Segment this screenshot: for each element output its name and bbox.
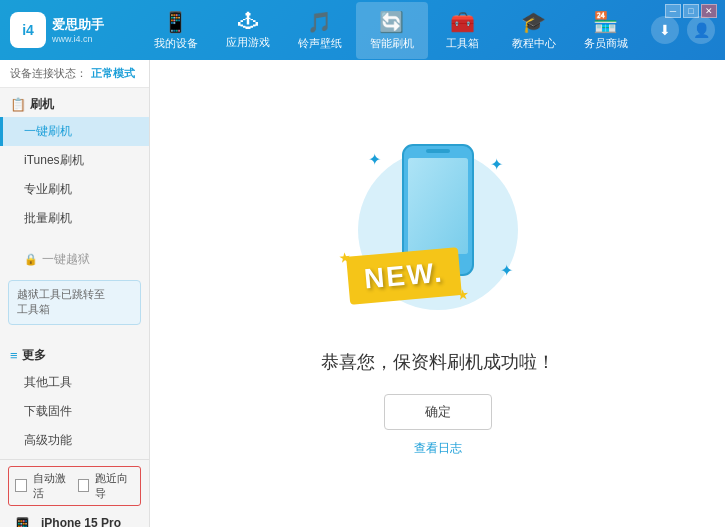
sidebar-bottom: 自动激活 跑近向导 📱 iPhone 15 Pro Max 512GB iPho… <box>0 459 149 527</box>
flash-section-icon: 📋 <box>10 97 26 112</box>
sidebar-item-other-tools[interactable]: 其他工具 <box>0 368 149 397</box>
logo-icon: i4 <box>10 12 46 48</box>
main-content: ✦ ✦ ✦ NEW. 恭喜您，保资料刷机成功啦！ 确定 查看日志 <box>150 60 725 527</box>
logo-text: 爱思助手 www.i4.cn <box>52 16 104 44</box>
sparkle-2: ✦ <box>490 155 503 174</box>
nav-apps-games[interactable]: 🕹 应用游戏 <box>212 2 284 59</box>
svg-rect-2 <box>408 158 468 254</box>
log-link[interactable]: 查看日志 <box>414 440 462 457</box>
lock-icon: 🔒 <box>24 253 38 266</box>
app-logo: i4 爱思助手 www.i4.cn <box>10 12 130 48</box>
nav-my-device[interactable]: 📱 我的设备 <box>140 2 212 59</box>
more-section-header: ≡ 更多 <box>0 343 149 368</box>
header-actions: ⬇ 👤 <box>651 16 715 44</box>
device-details: iPhone 15 Pro Max 512GB iPhone <box>41 516 139 527</box>
nav-toolbox[interactable]: 🧰 工具箱 <box>428 2 498 59</box>
nav-ringtones[interactable]: 🎵 铃声壁纸 <box>284 2 356 59</box>
sparkle-3: ✦ <box>500 261 513 280</box>
sidebar-item-batch-flash[interactable]: 批量刷机 <box>0 204 149 233</box>
nav-bar: 📱 我的设备 🕹 应用游戏 🎵 铃声壁纸 🔄 智能刷机 🧰 工具箱 🎓 <box>130 2 651 59</box>
new-badge: NEW. <box>346 247 461 305</box>
nav-smart-flash[interactable]: 🔄 智能刷机 <box>356 2 428 59</box>
close-button[interactable]: ✕ <box>701 4 717 18</box>
nav-ringtone-icon: 🎵 <box>307 10 332 34</box>
nav-toolbox-icon: 🧰 <box>450 10 475 34</box>
svg-rect-4 <box>426 149 450 153</box>
minimize-button[interactable]: ─ <box>665 4 681 18</box>
jailbreak-notice: 越狱工具已跳转至 工具箱 <box>8 280 141 325</box>
status-bar: 设备连接状态： 正常模式 <box>0 60 149 88</box>
sidebar: 设备连接状态： 正常模式 📋 刷机 一键刷机 iTunes刷机 专业刷机 批量刷… <box>0 60 150 527</box>
device-info: 📱 iPhone 15 Pro Max 512GB iPhone <box>8 512 141 527</box>
nav-merchant-icon: 🏪 <box>593 10 618 34</box>
sidebar-item-pro-flash[interactable]: 专业刷机 <box>0 175 149 204</box>
nav-device-icon: 📱 <box>163 10 188 34</box>
nav-apps-icon: 🕹 <box>238 10 258 33</box>
flash-section: 📋 刷机 一键刷机 iTunes刷机 专业刷机 批量刷机 <box>0 88 149 237</box>
flash-section-header: 📋 刷机 <box>0 92 149 117</box>
nav-flash-icon: 🔄 <box>379 10 404 34</box>
success-illustration: ✦ ✦ ✦ NEW. <box>348 130 528 330</box>
auto-activate-row: 自动激活 跑近向导 <box>8 466 141 506</box>
nav-tutorials[interactable]: 🎓 教程中心 <box>498 2 570 59</box>
sidebar-item-jailbreak: 🔒 一键越狱 <box>0 245 149 274</box>
sidebar-item-advanced[interactable]: 高级功能 <box>0 426 149 455</box>
guide-activate-checkbox[interactable] <box>78 479 90 492</box>
nav-tutorial-icon: 🎓 <box>521 10 546 34</box>
sidebar-item-itunes-flash[interactable]: iTunes刷机 <box>0 146 149 175</box>
sparkle-1: ✦ <box>368 150 381 169</box>
maximize-button[interactable]: □ <box>683 4 699 18</box>
sidebar-item-one-key-flash[interactable]: 一键刷机 <box>0 117 149 146</box>
success-message: 恭喜您，保资料刷机成功啦！ <box>321 350 555 374</box>
confirm-button[interactable]: 确定 <box>384 394 492 430</box>
download-button[interactable]: ⬇ <box>651 16 679 44</box>
auto-activate-checkbox[interactable] <box>15 479 27 492</box>
nav-merchant[interactable]: 🏪 务员商城 <box>570 2 642 59</box>
more-icon: ≡ <box>10 348 18 363</box>
sidebar-item-download-firmware[interactable]: 下载固件 <box>0 397 149 426</box>
device-phone-icon: 📱 <box>10 516 35 527</box>
user-button[interactable]: 👤 <box>687 16 715 44</box>
more-section: ≡ 更多 其他工具 下载固件 高级功能 <box>0 339 149 459</box>
